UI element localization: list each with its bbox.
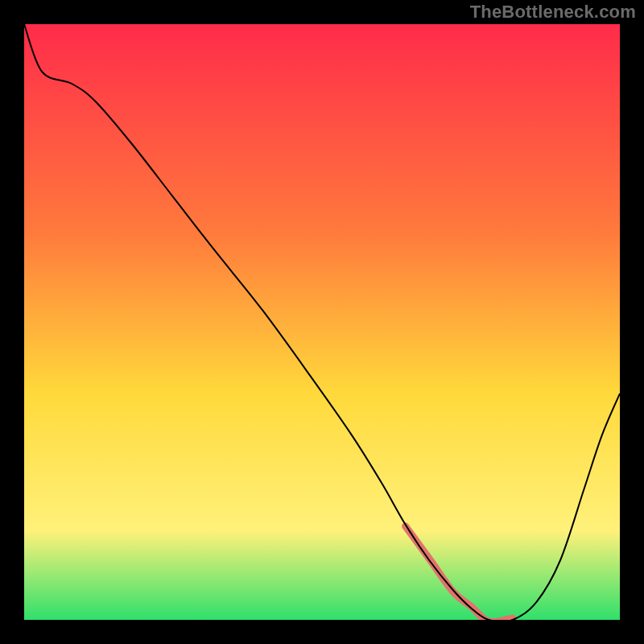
plot-area: [24, 24, 620, 620]
gradient-background: [24, 24, 620, 620]
chart-frame: TheBottleneck.com: [0, 0, 644, 644]
chart-svg: [24, 24, 620, 620]
watermark-text: TheBottleneck.com: [470, 2, 636, 23]
